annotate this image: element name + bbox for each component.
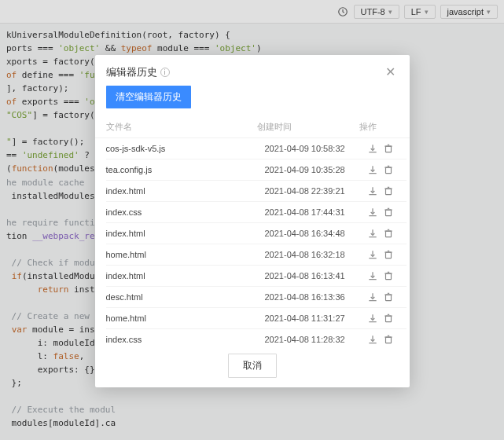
row-time: 2021-04-08 11:31:27 [265,314,367,323]
row-actions [367,270,407,281]
svg-rect-7 [385,273,391,280]
row-time: 2021-04-08 16:13:36 [265,292,367,302]
row-time: 2021-04-09 10:58:32 [265,144,367,153]
row-file: tea.config.js [106,165,265,174]
modal-overlay: 编辑器历史 i ✕ 清空编辑器历史 文件名 创建时间 操作 cos-js-sdk… [0,0,504,440]
info-icon[interactable]: i [160,68,170,77]
download-icon[interactable] [367,249,378,260]
close-button[interactable]: ✕ [382,63,399,81]
download-icon[interactable] [367,143,378,154]
svg-rect-1 [385,146,391,152]
col-header-actions: 操作 [359,121,399,133]
download-icon[interactable] [367,313,378,324]
row-time: 2021-04-09 10:35:28 [265,165,367,174]
modal-title-text: 编辑器历史 [106,65,157,79]
delete-icon[interactable] [383,164,394,175]
row-actions [367,143,407,154]
delete-icon[interactable] [383,228,394,239]
row-time: 2021-04-08 11:28:32 [265,335,367,344]
row-time: 2021-04-08 16:13:41 [265,271,367,280]
row-file: index.css [106,207,265,217]
row-actions [367,334,407,344]
row-time: 2021-04-08 16:34:48 [265,229,367,238]
table-header: 文件名 创建时间 操作 [95,116,410,138]
delete-icon[interactable] [383,334,394,344]
modal-title: 编辑器历史 i [106,65,170,79]
delete-icon[interactable] [383,270,394,281]
modal-header: 编辑器历史 i ✕ [95,55,410,86]
row-actions [367,185,407,196]
row-file: index.html [106,229,265,238]
delete-icon[interactable] [383,249,394,260]
table-row: index.html2021-04-08 16:34:48 [106,223,407,244]
row-time: 2021-04-08 16:32:18 [265,250,367,259]
svg-rect-10 [385,337,391,343]
table-row: index.html2021-04-08 22:39:21 [106,181,407,202]
svg-rect-2 [385,167,391,174]
row-actions [367,313,407,324]
download-icon[interactable] [367,270,378,281]
download-icon[interactable] [367,207,378,218]
history-modal: 编辑器历史 i ✕ 清空编辑器历史 文件名 创建时间 操作 cos-js-sdk… [95,55,410,387]
row-file: index.html [106,271,265,280]
svg-rect-8 [385,295,391,301]
delete-icon[interactable] [383,185,394,196]
svg-rect-6 [385,252,391,258]
table-row: index.html2021-04-08 16:13:41 [106,266,407,287]
row-file: home.html [106,250,265,259]
table-row: tea.config.js2021-04-09 10:35:28 [106,160,407,181]
table-row: desc.html2021-04-08 16:13:36 [106,287,407,308]
download-icon[interactable] [367,228,378,239]
table-row: index.css2021-04-08 17:44:31 [106,202,407,223]
download-icon[interactable] [367,185,378,196]
svg-rect-5 [385,231,391,237]
row-actions [367,249,407,260]
row-file: index.html [106,186,265,196]
row-actions [367,292,407,302]
delete-icon[interactable] [383,292,394,302]
cancel-button[interactable]: 取消 [228,354,277,378]
svg-rect-3 [385,189,391,195]
table-body[interactable]: cos-js-sdk-v5.js2021-04-09 10:58:32tea.c… [95,138,410,344]
delete-icon[interactable] [383,207,394,218]
col-header-time: 创建时间 [257,121,359,133]
row-actions [367,164,407,175]
delete-icon[interactable] [383,143,394,154]
download-icon[interactable] [367,334,378,344]
table-row: home.html2021-04-08 16:32:18 [106,244,407,266]
row-file: home.html [106,314,265,323]
row-actions [367,207,407,218]
row-file: cos-js-sdk-v5.js [106,144,265,153]
table-row: cos-js-sdk-v5.js2021-04-09 10:58:32 [106,138,407,160]
table-row: home.html2021-04-08 11:31:27 [106,308,407,329]
clear-history-button[interactable]: 清空编辑器历史 [106,86,191,108]
modal-footer: 取消 [95,344,410,387]
table-row: index.css2021-04-08 11:28:32 [106,329,407,344]
delete-icon[interactable] [383,313,394,324]
download-icon[interactable] [367,164,378,175]
svg-rect-4 [385,210,391,216]
col-header-file: 文件名 [106,121,257,133]
download-icon[interactable] [367,292,378,302]
row-file: desc.html [106,292,265,302]
row-time: 2021-04-08 22:39:21 [265,186,367,196]
svg-rect-9 [385,316,391,322]
modal-toolbar: 清空编辑器历史 [95,86,410,116]
row-actions [367,228,407,239]
row-time: 2021-04-08 17:44:31 [265,207,367,217]
row-file: index.css [106,335,265,344]
